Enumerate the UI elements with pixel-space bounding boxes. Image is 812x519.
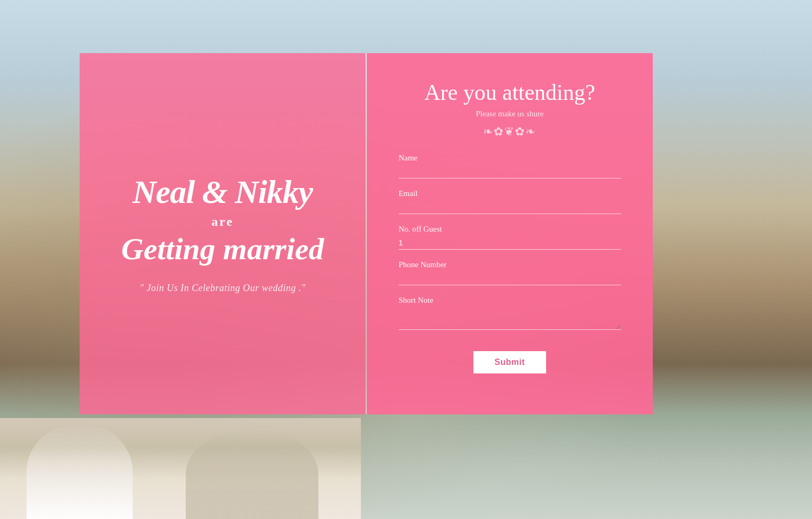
form-title: Are you attending? xyxy=(425,80,595,105)
left-panel: Neal & Nikky are Getting married " Join … xyxy=(80,53,366,414)
guests-field-group: No. off Guest xyxy=(399,225,621,250)
guests-input[interactable] xyxy=(399,236,621,250)
note-field-group: Short Note xyxy=(399,296,621,332)
note-label: Short Note xyxy=(399,296,621,305)
getting-married-text: Getting married xyxy=(122,231,324,267)
guests-label: No. off Guest xyxy=(399,225,621,234)
bottom-photo-strip xyxy=(0,418,361,519)
decoration-ornament: ❧✿❦✿❧ xyxy=(483,125,536,139)
are-text: are xyxy=(212,215,234,229)
form-subtitle: Please make us shure xyxy=(476,109,544,118)
couple-names: Neal & Nikky xyxy=(133,174,313,210)
email-label: Email xyxy=(399,189,621,198)
note-textarea[interactable] xyxy=(399,307,621,330)
name-input[interactable] xyxy=(399,165,621,178)
phone-input[interactable] xyxy=(399,271,621,285)
right-panel: Are you attending? Please make us shure … xyxy=(367,53,653,414)
main-card: Neal & Nikky are Getting married " Join … xyxy=(80,53,653,414)
name-field-group: Name xyxy=(399,154,621,178)
email-input[interactable] xyxy=(399,200,621,214)
name-label: Name xyxy=(399,154,621,163)
email-field-group: Email xyxy=(399,189,621,214)
invitation-quote: " Join Us In Celebrating Our wedding ." xyxy=(140,283,306,294)
phone-field-group: Phone Number xyxy=(399,260,621,285)
submit-button[interactable]: Submit xyxy=(473,351,546,373)
phone-label: Phone Number xyxy=(399,260,621,269)
guests-input-wrapper xyxy=(399,236,621,250)
